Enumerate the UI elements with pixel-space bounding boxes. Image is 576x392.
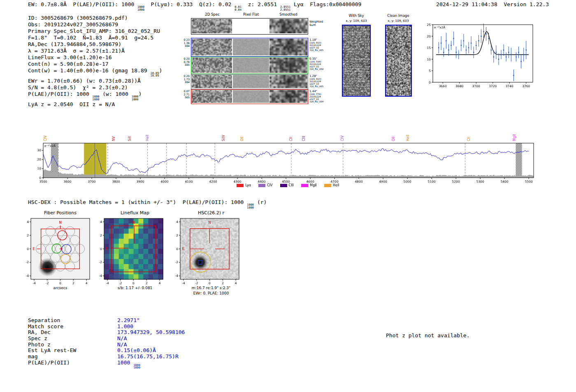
- info-line: F=1.8" T=0.102 N̄=1.83 Ā=0.91 g=24.5: [28, 35, 162, 41]
- stacked-fraction: 10001000: [133, 364, 140, 370]
- with-sky-coords: x, y: 109, 603: [338, 19, 375, 23]
- legend-item: MgII: [301, 183, 317, 187]
- match-table-value: N/A: [117, 336, 127, 342]
- spec2d-2dspec-strip: [192, 90, 232, 103]
- spec2d-pixelflat-strip: [233, 90, 269, 103]
- info-line: LineFlux = 3.00(±1.20)e-16: [28, 54, 162, 61]
- match-table-value: 0.15(±0.06)Å: [117, 348, 156, 354]
- spec2d-smoothed-strip: [269, 75, 307, 88]
- clean-image: [386, 26, 411, 96]
- hsc-cutout-plot: [169, 216, 247, 285]
- spec2d-smoothed-strip: [269, 58, 307, 73]
- legend-swatch: [324, 184, 331, 187]
- legend-swatch: [237, 184, 244, 187]
- spec2d-title-pixelflat: Pixel Flat: [233, 12, 269, 16]
- lineflux-map-plot: [93, 216, 171, 285]
- spec2d-title-smoothed: Smoothed: [269, 12, 307, 16]
- text-segment: LineFlux = 3.00(±1.20)e-16: [28, 54, 112, 60]
- spec2d-2dspec-strip: [192, 75, 232, 88]
- match-table-value: 1.000: [117, 324, 133, 330]
- spec2d-2dspec-strip: [192, 58, 232, 73]
- stacked-fraction: 18.8918.89: [150, 72, 159, 78]
- match-table-label: Separation: [28, 318, 117, 324]
- spec2d-pixelflat-strip: [233, 58, 269, 73]
- info-line: λ = 3712.63Å σ = 2.57(±1.21)Å: [28, 48, 162, 54]
- legend-swatch: [301, 184, 308, 187]
- legend-label: Lyα: [245, 183, 251, 187]
- clean-image-title: Clean Image: [380, 14, 417, 18]
- spec2d-row-left-stats: 0.231.36384: [179, 39, 190, 48]
- spec2d-row-left-stats: 0.200.76385: [179, 58, 190, 67]
- match-table-value: 16.75(16.75,16.75)R: [117, 354, 179, 360]
- text-segment: LyA z = 2.0540 OII z = N/A: [28, 101, 115, 107]
- spec2d-weighted-sum-label: WeightedSum: [309, 21, 328, 27]
- spec2d-row-left-stats: 0.201.73384: [179, 75, 190, 84]
- text-segment: S/N = 4.8(±0.5) χ² = 2.3(±0.2): [28, 84, 128, 90]
- info-line: Primary Spec_Slot_IFU_AMP: 316_022_052_R…: [28, 28, 162, 35]
- text-segment: HSC-DEX : Possible Matches = 1 (within +…: [28, 199, 247, 205]
- text-segment: N/A: [117, 335, 127, 341]
- match-table: Separation2.2971"Match score1.000RA, Dec…: [28, 318, 185, 370]
- spec2d-row-annotations: 1.44"(108, 778)20191224v027_01316_RU_084: [309, 90, 328, 103]
- full-spectrum-plot: [33, 120, 539, 191]
- hsc-cutout-title: HSC(26.2) r: [180, 210, 242, 216]
- match-table-label: Spec z: [28, 336, 117, 342]
- with-sky-panel: [342, 25, 371, 97]
- spec2d-row-annotations: 1.28"(109, 603)20191224v027_03316_RU_065: [309, 74, 328, 88]
- info-line: ID: 3005268679 (3005268679.pdf): [28, 15, 162, 21]
- match-table-row: RA, Dec173.947329, 50.598106: [28, 329, 185, 336]
- fiber-positions-plot: [19, 216, 98, 285]
- info-line: Cont(w) = 1.40(±0.00)e-16 (gmag 18.89 18…: [28, 67, 162, 78]
- spec2d-row-annotations: 0.35"(109, 594)20191224v027_01316_RU_064: [309, 57, 328, 70]
- legend-label: HeII: [333, 183, 339, 187]
- text-segment: 1000: [117, 360, 133, 366]
- stacked-fraction: 10001000: [137, 5, 144, 12]
- text-segment: λ = 3712.63Å σ = 2.57(±1.21)Å: [28, 48, 125, 54]
- info-line: Obs: 20191224v027_3005268679: [28, 21, 162, 28]
- text-segment: EW: 0.7±8.8Å P(LAE)/P(OII): 1000: [28, 1, 137, 7]
- stacked-fraction: 2.05512.0551: [280, 5, 290, 12]
- legend-item: CIII: [280, 183, 294, 187]
- photz-note: Phot z plot not available.: [386, 332, 470, 339]
- spec2d-2dspec-strip: [192, 19, 232, 33]
- text-segment: Obs: 20191224v027_3005268679: [28, 21, 118, 28]
- text-segment: EWr = 1.70(±0.66) (w: 0.73(±0.28))Å: [28, 78, 141, 84]
- match-table-label: P(LAE)/P(OII): [28, 360, 117, 370]
- lineflux-map-title: Lineflux Map: [104, 210, 166, 216]
- text-segment: ): [159, 67, 163, 74]
- spec2d-title-2dspec: 2D Spec: [192, 12, 233, 16]
- text-segment: ): [139, 91, 142, 97]
- fiber-xlabel: arcsecs: [31, 286, 90, 290]
- legend-item: Lyα: [237, 183, 251, 187]
- clean-image-panel: [385, 25, 412, 97]
- elixer-report-page: EW: 0.7±8.8Å P(LAE)/P(OII): 1000 1000100…: [0, 0, 576, 392]
- header-summary: EW: 0.7±8.8Å P(LAE)/P(OII): 1000 1000100…: [28, 1, 361, 12]
- spec2d-smoothed-strip: [269, 19, 307, 33]
- match-table-value: 1000 10001000: [117, 360, 140, 370]
- match-table-row: mag16.75(16.75,16.75)R: [28, 354, 185, 360]
- text-segment: P(Lyα): 0.333 Q(z): 0.02: [144, 1, 235, 7]
- spec2d-pixelflat-strip: [233, 39, 269, 56]
- info-line: S/N = 4.8(±0.5) χ² = 2.3(±0.2): [28, 84, 162, 91]
- text-segment: (w: 1000: [99, 91, 131, 97]
- spec2d-smoothed-strip: [269, 39, 307, 56]
- text-segment: Cont(w) = 1.40(±0.00)e-16 (gmag 18.89: [28, 67, 150, 74]
- legend-label: MgII: [310, 183, 317, 187]
- stacked-fraction: 10001000: [247, 203, 254, 209]
- match-table-value: N/A: [117, 342, 127, 348]
- match-table-label: Match score: [28, 324, 117, 330]
- match-table-label: mag: [28, 354, 117, 360]
- line-fit-plot: [420, 20, 539, 95]
- lineflux-sub-label: s/b: 1.17 +/- 0.081: [104, 286, 166, 290]
- match-table-label: Photo z: [28, 342, 117, 348]
- legend-swatch: [258, 184, 265, 187]
- text-segment: ID: 3005268679 (3005268679.pdf): [28, 15, 128, 21]
- text-segment: 2.2971": [117, 317, 140, 323]
- header-datetime-version: 2024-12-29 11:04:38 Version 1.22.3: [436, 1, 549, 8]
- text-segment: F=1.8" T=0.102 N̄=1.83 Ā=0.91 g=24.5: [28, 35, 153, 41]
- text-segment: P(LAE)/P(OII): 1000: [28, 91, 93, 97]
- detection-info-block: ID: 3005268679 (3005268679.pdf)Obs: 2019…: [28, 15, 162, 108]
- match-table-label: RA, Dec: [28, 329, 117, 336]
- text-segment: Cont(n) = 5.90(±0.28)e-17: [28, 61, 109, 67]
- info-line: LyA z = 2.0540 OII z = N/A: [28, 101, 162, 108]
